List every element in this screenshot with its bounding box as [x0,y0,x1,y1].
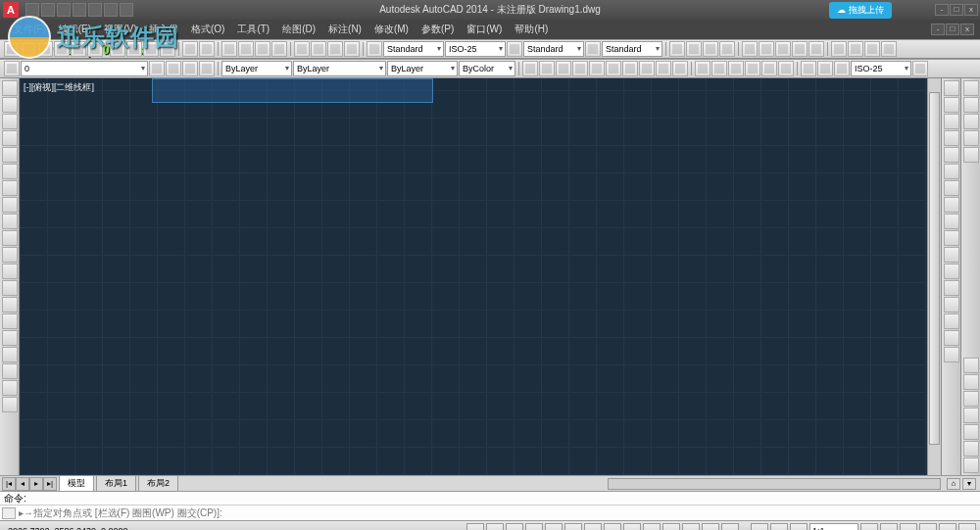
menu-format[interactable]: 格式(O) [185,20,230,39]
coordinates-display[interactable]: 2026.7302, 2586.2430, 0.0000 [4,525,132,531]
tb-tool-palette-icon[interactable] [327,41,343,57]
viewport-label[interactable]: [-][俯视][二维线框] [24,81,94,94]
tool-stretch-icon[interactable] [944,214,959,229]
tab-layout2[interactable]: 布局2 [138,475,178,492]
tb-edit-block-icon[interactable] [775,41,791,57]
tool-erase-icon[interactable] [944,80,959,96]
tb-tolerance-icon[interactable] [728,61,744,76]
tb-layer-manager-icon[interactable] [4,61,20,76]
tab-last-button[interactable]: ▸| [43,477,57,491]
tb-misc3-icon[interactable] [864,41,880,57]
tool-xline-icon[interactable] [2,97,18,113]
tool-orbit-icon[interactable] [963,130,979,146]
tool-revcloud-icon[interactable] [2,197,18,213]
tb-paste-icon[interactable] [143,41,159,57]
tool-line-icon[interactable] [2,80,18,96]
command-line[interactable]: ▸→指定对角点或 [栏选(F) 圈围(WP) 圈交(CP)]: [0,505,980,520]
sb-scale-combo[interactable]: 1:1 [809,523,858,531]
tool-trim-icon[interactable] [944,230,959,246]
sb-isolate-icon[interactable] [939,523,956,531]
qat-undo-icon[interactable] [73,3,86,17]
viewcube-icon[interactable]: ⌂ [947,478,960,490]
tool-region-icon[interactable] [2,347,18,362]
tb-plot-icon[interactable] [54,41,70,57]
menu-tools[interactable]: 工具(T) [231,20,275,39]
tb-dimupdate-icon[interactable] [912,61,928,76]
tool-scale-icon[interactable] [944,197,959,213]
tool-ellipse-icon[interactable] [2,230,18,246]
tb-table-icon[interactable] [792,41,808,57]
tool-showmotion-icon[interactable] [963,147,979,163]
tb-dim-ordinate-icon[interactable] [572,61,588,76]
textstyle-combo[interactable]: Standard [383,41,444,57]
sb-workspace-icon[interactable] [900,523,917,531]
app-icon[interactable]: A [3,2,19,18]
tool-explode-icon[interactable] [944,347,959,362]
sb-clean-screen-icon[interactable] [958,523,976,531]
tb-dim-diameter-icon[interactable] [606,61,621,76]
tool-addselected-icon[interactable] [2,397,18,412]
tablestyle-combo[interactable]: Standard [523,41,584,57]
tool-mirror-icon[interactable] [944,114,959,129]
tb-cut-icon[interactable] [110,41,125,57]
cloud-upload-button[interactable]: ☁ 拖拽上传 [829,2,892,19]
tb-dim-space-icon[interactable] [695,61,710,76]
tb-text2-icon[interactable] [686,41,702,57]
tool-table-icon[interactable] [2,363,18,379]
tb-mtext-icon[interactable] [669,41,685,57]
tool-polyline-icon[interactable] [2,114,18,129]
qat-open-icon[interactable] [41,3,55,17]
tab-prev-button[interactable]: ◂ [16,477,29,491]
tb-block-icon[interactable] [742,41,758,57]
tab-layout1[interactable]: 布局1 [96,475,136,492]
sb-ortho-icon[interactable] [506,523,523,531]
tb-open-icon[interactable] [21,41,36,57]
tb-inspect-icon[interactable] [761,61,777,76]
tb-publish-icon[interactable] [87,41,103,57]
minimize-button[interactable]: - [935,4,949,16]
vertical-scrollbar[interactable] [927,78,941,475]
qat-print-icon[interactable] [104,3,118,17]
menu-draw[interactable]: 绘图(D) [276,20,321,39]
horizontal-scrollbar[interactable] [608,478,941,490]
tool-area-icon[interactable] [963,374,979,390]
menu-insert[interactable]: 插入(I) [143,20,183,39]
tb-text4-icon[interactable] [719,41,735,57]
tool-chamfer-icon[interactable] [944,297,959,313]
tool-point-icon[interactable] [2,297,18,313]
tab-model[interactable]: 模型 [59,475,94,492]
tb-jogged-icon[interactable] [778,61,794,76]
command-icon[interactable] [2,507,16,519]
tb-xref-icon[interactable] [808,41,824,57]
tb-misc1-icon[interactable] [831,41,847,57]
sb-grid-icon[interactable] [486,523,504,531]
tb-misc4-icon[interactable] [881,41,897,57]
tool-calc2-icon[interactable] [963,458,979,473]
sb-annoautoscale-icon[interactable] [880,523,898,531]
tb-layer-prev-icon[interactable] [149,61,165,76]
menu-edit[interactable]: 编辑(E) [53,20,97,39]
maximize-button[interactable]: □ [950,4,963,16]
tb-layer-state-icon[interactable] [166,61,181,76]
tool-list-icon[interactable] [963,408,979,423]
tb-insert-icon[interactable] [759,41,774,57]
tb-copy-icon[interactable] [126,41,142,57]
tool-circle-icon[interactable] [2,180,18,196]
tb-center-mark-icon[interactable] [745,61,760,76]
tb-mleaderstyle-icon[interactable] [585,41,601,57]
tool-quickselect-icon[interactable] [963,441,979,457]
tb-properties-icon[interactable] [294,41,310,57]
tool-gradient-icon[interactable] [2,330,18,346]
qat-redo-icon[interactable] [88,3,102,17]
tb-text3-icon[interactable] [703,41,718,57]
tool-pan-icon[interactable] [963,97,979,113]
tb-zoom-window-icon[interactable] [255,41,270,57]
tb-calc-icon[interactable] [344,41,360,57]
tool-hatch-icon[interactable] [2,313,18,329]
menu-dimension[interactable]: 标注(N) [322,20,368,39]
tab-next-button[interactable]: ▸ [29,477,43,491]
tool-blend-icon[interactable] [944,330,959,346]
sb-tpy-icon[interactable] [662,523,680,531]
tb-dim-angular-icon[interactable] [622,61,638,76]
tool-rectangle-icon[interactable] [2,147,18,163]
